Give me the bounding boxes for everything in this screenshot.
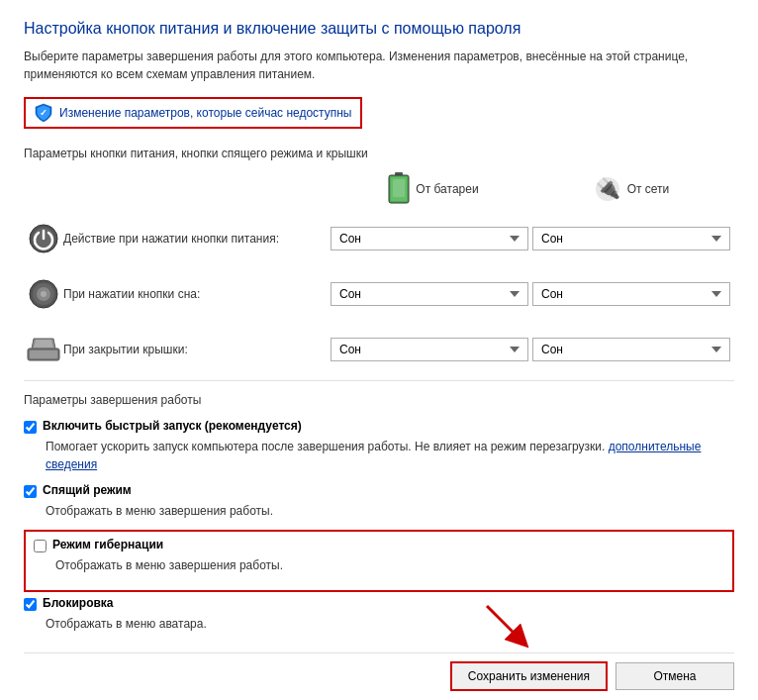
change-settings-link[interactable]: ✓ Изменение параметров, которые сейчас н… xyxy=(24,97,362,129)
sleep-mode-checkbox[interactable] xyxy=(24,485,37,498)
power-ac-dropdown[interactable]: Сон Выключение Гибернация Ничего не дела… xyxy=(532,227,730,250)
power-button-label: Действие при нажатии кнопки питания: xyxy=(63,231,331,248)
svg-marker-16 xyxy=(34,340,53,348)
sleep-button-icon xyxy=(24,278,63,310)
fast-boot-checkbox[interactable] xyxy=(24,421,37,434)
page-description: Выберите параметры завершения работы для… xyxy=(24,48,734,83)
lock-label[interactable]: Блокировка xyxy=(43,596,114,610)
svg-rect-4 xyxy=(393,179,405,197)
buttons-section-title: Параметры кнопки питания, кнопки спящего… xyxy=(24,147,734,160)
lid-battery-select[interactable]: Сон Выключение Гибернация Ничего не дела… xyxy=(331,338,528,361)
shutdown-section: Параметры завершения работы Включить быс… xyxy=(24,380,734,633)
svg-text:✓: ✓ xyxy=(40,108,47,118)
svg-line-18 xyxy=(487,606,521,640)
lid-ac-select[interactable]: Сон Выключение Гибернация Ничего не дела… xyxy=(532,338,730,361)
hibernate-checkbox-row: Режим гибернации xyxy=(34,538,724,552)
sleep-mode-option: Спящий режим Отображать в меню завершени… xyxy=(24,483,734,520)
lid-battery-dropdown[interactable]: Сон Выключение Гибернация Ничего не дела… xyxy=(331,338,528,361)
power-battery-select[interactable]: Сон Выключение Гибернация Ничего не дела… xyxy=(331,227,528,250)
footer: Сохранить изменения Отмена xyxy=(24,652,734,691)
red-arrow xyxy=(477,596,536,655)
fast-boot-label[interactable]: Включить быстрый запуск (рекомендуется) xyxy=(43,419,302,433)
hibernate-desc: Отображать в меню завершения работы. xyxy=(55,556,724,574)
svg-text:🔌: 🔌 xyxy=(595,176,619,200)
sleep-ac-dropdown[interactable]: Сон Выключение Гибернация Ничего не дела… xyxy=(532,282,730,306)
svg-rect-14 xyxy=(30,350,57,358)
col-power-header: 🔌 От сети xyxy=(532,172,730,206)
fast-boot-checkbox-row: Включить быстрый запуск (рекомендуется) xyxy=(24,419,734,434)
hibernate-label[interactable]: Режим гибернации xyxy=(52,538,163,551)
lock-checkbox[interactable] xyxy=(24,598,37,611)
table-row: При закрытии крышки: Сон Выключение Гибе… xyxy=(24,325,734,374)
power-button-icon xyxy=(24,223,63,254)
sleep-battery-dropdown[interactable]: Сон Выключение Гибернация Ничего не дела… xyxy=(331,282,528,306)
lock-option: Блокировка Отображать в меню аватара. xyxy=(24,596,734,633)
shutdown-section-title: Параметры завершения работы xyxy=(24,393,734,407)
sleep-mode-label[interactable]: Спящий режим xyxy=(43,483,132,497)
power-ac-select[interactable]: Сон Выключение Гибернация Ничего не дела… xyxy=(532,227,730,250)
cancel-button[interactable]: Отмена xyxy=(616,662,734,690)
page-title: Настройка кнопок питания и включение защ… xyxy=(24,20,734,38)
lid-icon xyxy=(24,335,63,364)
table-row: При нажатии кнопки сна: Сон Выключение Г… xyxy=(24,269,734,319)
col-battery-header: От батареи xyxy=(334,172,532,206)
table-header: От батареи 🔌 От сети xyxy=(24,172,734,206)
power-battery-dropdown[interactable]: Сон Выключение Гибернация Ничего не дела… xyxy=(331,227,528,250)
battery-icon xyxy=(388,172,410,206)
sleep-button-label: При нажатии кнопки сна: xyxy=(63,286,331,303)
lid-ac-dropdown[interactable]: Сон Выключение Гибернация Ничего не дела… xyxy=(532,338,730,361)
sleep-ac-select[interactable]: Сон Выключение Гибернация Ничего не дела… xyxy=(532,282,730,306)
hibernate-checkbox[interactable] xyxy=(34,540,47,552)
col-battery-label: От батареи xyxy=(416,182,478,196)
change-settings-anchor[interactable]: Изменение параметров, которые сейчас нед… xyxy=(59,106,352,120)
power-plug-icon: 🔌 xyxy=(594,175,621,203)
window: Настройка кнопок питания и включение защ… xyxy=(0,0,758,700)
sleep-mode-checkbox-row: Спящий режим xyxy=(24,483,734,498)
col-power-label: От сети xyxy=(627,182,670,196)
fast-boot-desc: Помогает ускорить запуск компьютера посл… xyxy=(46,438,734,473)
fast-boot-option: Включить быстрый запуск (рекомендуется) … xyxy=(24,419,734,473)
sleep-battery-select[interactable]: Сон Выключение Гибернация Ничего не дела… xyxy=(331,282,528,306)
fast-boot-desc-text: Помогает ускорить запуск компьютера посл… xyxy=(46,440,609,453)
shield-icon: ✓ xyxy=(34,103,53,123)
lock-desc: Отображать в меню аватара. xyxy=(46,615,734,633)
table-row: Действие при нажатии кнопки питания: Сон… xyxy=(24,214,734,263)
lock-checkbox-row: Блокировка xyxy=(24,596,734,611)
save-button[interactable]: Сохранить изменения xyxy=(450,661,608,691)
sleep-mode-desc: Отображать в меню завершения работы. xyxy=(46,502,734,520)
hibernate-option: Режим гибернации Отображать в меню завер… xyxy=(24,530,734,592)
svg-point-12 xyxy=(41,291,47,297)
lid-label: При закрытии крышки: xyxy=(63,342,331,358)
